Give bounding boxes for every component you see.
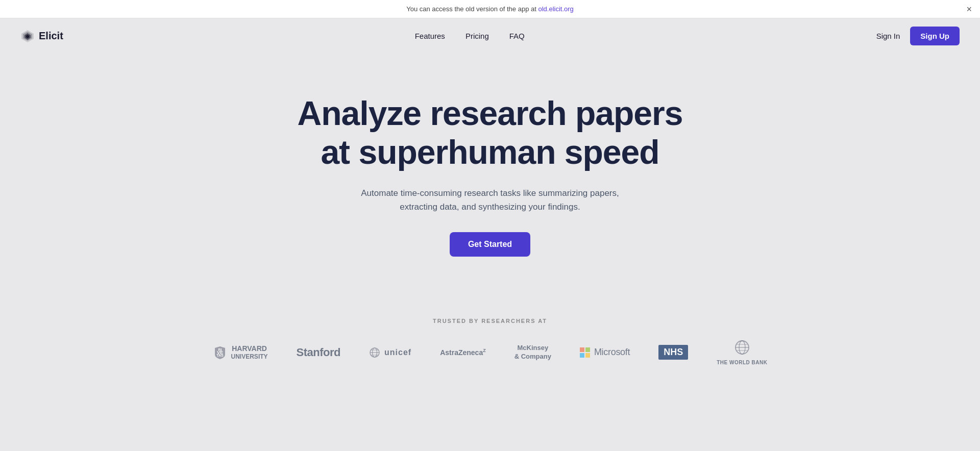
nav-link-faq[interactable]: FAQ <box>509 32 525 40</box>
svg-rect-15 <box>585 353 590 358</box>
nav-link-features[interactable]: Features <box>415 32 445 40</box>
trust-section: TRUSTED BY RESEARCHERS AT VE RI TAS HARV… <box>0 287 980 386</box>
stanford-logo: Stanford <box>297 346 340 359</box>
worldbank-logo: THE WORLD BANK <box>717 339 767 365</box>
logos-row: VE RI TAS HARVARD UNIVERSITY Stanford un… <box>10 339 970 365</box>
nav-link-pricing[interactable]: Pricing <box>465 32 489 40</box>
svg-rect-14 <box>580 353 584 358</box>
announcement-banner: You can access the old version of the ap… <box>0 0 980 18</box>
svg-text:RI: RI <box>218 348 222 352</box>
unicef-globe-icon <box>369 347 380 358</box>
harvard-shield-icon: VE RI TAS <box>213 345 227 360</box>
nav-links: Features Pricing FAQ <box>415 32 525 41</box>
sign-up-button[interactable]: Sign Up <box>910 27 960 45</box>
banner-close-button[interactable]: × <box>966 5 972 14</box>
microsoft-grid-icon <box>580 347 590 358</box>
unicef-logo: unicef <box>369 347 411 358</box>
navbar: Elicit Features Pricing FAQ Sign In Sign… <box>0 18 980 54</box>
banner-link[interactable]: old.elicit.org <box>538 5 573 13</box>
hero-subtitle: Automate time-consuming research tasks l… <box>357 186 623 214</box>
sign-in-link[interactable]: Sign In <box>876 32 900 40</box>
hero-section: Analyze research papers at superhuman sp… <box>260 54 720 287</box>
nhs-logo: NHS <box>658 345 688 360</box>
trust-label: TRUSTED BY RESEARCHERS AT <box>10 318 970 324</box>
svg-rect-12 <box>580 347 584 352</box>
svg-rect-13 <box>585 347 590 352</box>
banner-text: You can access the old version of the ap… <box>406 5 538 13</box>
worldbank-globe-icon <box>734 339 750 356</box>
microsoft-logo: Microsoft <box>580 347 630 358</box>
harvard-logo: VE RI TAS HARVARD UNIVERSITY <box>213 344 268 360</box>
logo[interactable]: Elicit <box>20 29 63 43</box>
mckinsey-logo: McKinsey & Company <box>514 344 551 361</box>
hero-title: Analyze research papers at superhuman sp… <box>271 94 709 172</box>
logo-text: Elicit <box>39 30 63 42</box>
astrazeneca-logo: AstraZenecaZ <box>440 348 486 357</box>
elicit-logo-icon <box>20 29 35 43</box>
nav-right: Sign In Sign Up <box>876 27 960 45</box>
get-started-button[interactable]: Get Started <box>450 232 530 257</box>
svg-text:TAS: TAS <box>216 354 224 357</box>
